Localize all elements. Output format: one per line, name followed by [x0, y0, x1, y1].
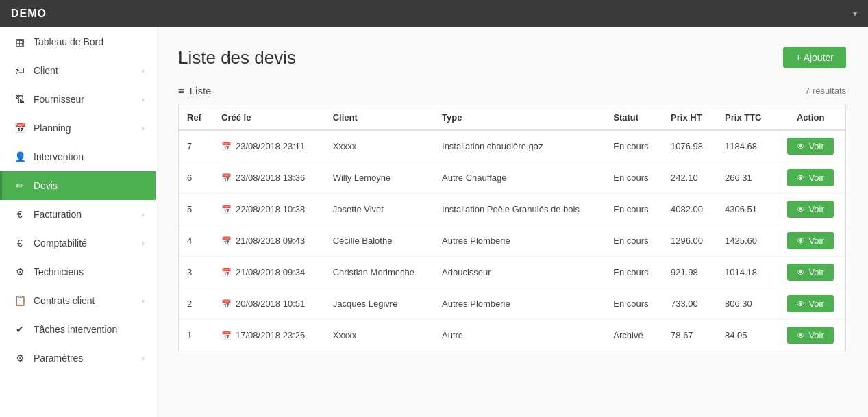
- sidebar-item-client[interactable]: 🏷Client›: [0, 56, 156, 85]
- app-title: DEMO: [11, 8, 47, 20]
- cell-statut: En cours: [605, 162, 662, 194]
- cell-action: 👁Voir: [776, 162, 845, 194]
- calendar-icon: 📅: [221, 331, 232, 340]
- results-count: 7 résultats: [805, 86, 846, 96]
- eye-icon: 👁: [797, 142, 805, 151]
- sidebar-item-intervention[interactable]: 👤Intervention: [0, 142, 156, 171]
- cell-action: 👁Voir: [776, 257, 845, 288]
- calendar-icon: 📅: [221, 236, 232, 246]
- voir-label: Voir: [808, 330, 823, 340]
- topbar-chevron-icon[interactable]: ▾: [853, 9, 857, 18]
- main-content: Liste des devis + Ajouter ≡ Liste 7 résu…: [156, 27, 868, 417]
- section-title: ≡ Liste: [178, 85, 211, 97]
- add-button[interactable]: + Ajouter: [783, 47, 846, 68]
- cell-prix-ht: 1076.98: [662, 130, 717, 162]
- cell-client: Xxxxx: [325, 130, 434, 162]
- table-row: 2📅20/08/2018 10:51Jacques LegivreAutres …: [179, 288, 845, 320]
- cell-ref: 1: [179, 320, 213, 351]
- date-text: 22/08/2018 10:38: [236, 204, 305, 214]
- chevron-icon-planning: ›: [142, 124, 145, 132]
- cell-statut: En cours: [605, 130, 662, 162]
- table-row: 1📅17/08/2018 23:26XxxxxAutreArchivé78.67…: [179, 320, 845, 351]
- cell-action: 👁Voir: [776, 288, 845, 320]
- voir-button[interactable]: 👁Voir: [787, 169, 833, 186]
- col-header-ref: Ref: [179, 105, 213, 130]
- calendar-icon: 📅: [221, 299, 232, 309]
- sidebar-item-fournisseur[interactable]: 🏗Fournisseur›: [0, 85, 156, 114]
- date-text: 23/08/2018 13:36: [236, 173, 305, 183]
- cell-date: 📅20/08/2018 10:51: [213, 288, 325, 320]
- voir-button[interactable]: 👁Voir: [787, 201, 833, 218]
- date-text: 20/08/2018 10:51: [236, 299, 305, 309]
- layout: ▦Tableau de Bord🏷Client›🏗Fournisseur›📅Pl…: [0, 27, 868, 417]
- facturation-icon: €: [13, 207, 27, 221]
- cell-action: 👁Voir: [776, 225, 845, 257]
- sidebar-item-planning[interactable]: 📅Planning›: [0, 114, 156, 142]
- voir-button[interactable]: 👁Voir: [787, 327, 833, 344]
- cell-type: Autre: [434, 320, 605, 351]
- cell-prix-ht: 242.10: [662, 162, 717, 194]
- sidebar-item-parametres[interactable]: ⚙Paramètres›: [0, 344, 156, 372]
- cell-client: Josette Vivet: [325, 194, 434, 225]
- sidebar-label-client: Client: [34, 65, 142, 76]
- col-header-action: Action: [776, 105, 845, 130]
- voir-button[interactable]: 👁Voir: [787, 264, 833, 281]
- eye-icon: 👁: [797, 205, 805, 214]
- cell-prix-ttc: 1425.60: [717, 225, 776, 257]
- sidebar-label-techniciens: Techniciens: [34, 266, 145, 277]
- parametres-icon: ⚙: [13, 351, 27, 365]
- cell-client: Cécille Balothe: [325, 225, 434, 257]
- table-row: 5📅22/08/2018 10:38Josette VivetInstallat…: [179, 194, 845, 225]
- sidebar-item-devis[interactable]: ✏Devis: [0, 171, 156, 200]
- cell-ref: 4: [179, 225, 213, 257]
- cell-statut: En cours: [605, 194, 662, 225]
- cell-date: 📅21/08/2018 09:43: [213, 225, 325, 257]
- sidebar-item-facturation[interactable]: €Facturation›: [0, 200, 156, 229]
- sidebar-item-comptabilite[interactable]: €Comptabilité›: [0, 229, 156, 257]
- planning-icon: 📅: [13, 121, 27, 135]
- cell-date: 📅17/08/2018 23:26: [213, 320, 325, 351]
- table-row: 7📅23/08/2018 23:11XxxxxInstallation chau…: [179, 130, 845, 162]
- col-header-statut: Statut: [605, 105, 662, 130]
- section-header: ≡ Liste 7 résultats: [178, 85, 846, 97]
- sidebar-item-contrats-client[interactable]: 📋Contrats client›: [0, 286, 156, 315]
- voir-button[interactable]: 👁Voir: [787, 138, 833, 155]
- cell-prix-ttc: 4306.51: [717, 194, 776, 225]
- date-text: 21/08/2018 09:43: [236, 236, 305, 246]
- taches-intervention-icon: ✔: [13, 323, 27, 336]
- list-icon: ≡: [178, 85, 184, 97]
- sidebar-item-techniciens[interactable]: ⚙Techniciens: [0, 257, 156, 286]
- cell-ref: 2: [179, 288, 213, 320]
- voir-button[interactable]: 👁Voir: [787, 295, 833, 312]
- cell-statut: En cours: [605, 288, 662, 320]
- chevron-icon-fournisseur: ›: [142, 95, 145, 103]
- calendar-icon: 📅: [221, 173, 232, 183]
- sidebar-item-tableau-de-bord[interactable]: ▦Tableau de Bord: [0, 27, 156, 56]
- cell-type: Adoucisseur: [434, 257, 605, 288]
- voir-button[interactable]: 👁Voir: [787, 232, 833, 249]
- date-text: 23/08/2018 23:11: [236, 141, 305, 151]
- cell-action: 👁Voir: [776, 130, 845, 162]
- eye-icon: 👁: [797, 236, 805, 246]
- cell-prix-ht: 733.00: [662, 288, 717, 320]
- intervention-icon: 👤: [13, 150, 27, 164]
- cell-client: Jacques Legivre: [325, 288, 434, 320]
- voir-label: Voir: [808, 141, 823, 151]
- calendar-icon: 📅: [221, 142, 232, 151]
- calendar-icon: 📅: [221, 205, 232, 214]
- cell-client: Willy Lemoyne: [325, 162, 434, 194]
- page-title: Liste des devis: [178, 47, 296, 68]
- sidebar-label-contrats-client: Contrats client: [34, 295, 142, 306]
- table-row: 6📅23/08/2018 13:36Willy LemoyneAutre Cha…: [179, 162, 845, 194]
- cell-ref: 7: [179, 130, 213, 162]
- client-icon: 🏷: [13, 64, 27, 77]
- cell-statut: Archivé: [605, 320, 662, 351]
- date-text: 17/08/2018 23:26: [236, 330, 305, 340]
- cell-ref: 6: [179, 162, 213, 194]
- eye-icon: 👁: [797, 299, 805, 309]
- cell-ref: 5: [179, 194, 213, 225]
- cell-client: Christian Merimeche: [325, 257, 434, 288]
- cell-statut: En cours: [605, 257, 662, 288]
- eye-icon: 👁: [797, 173, 805, 183]
- sidebar-item-taches-intervention[interactable]: ✔Tâches intervention: [0, 315, 156, 344]
